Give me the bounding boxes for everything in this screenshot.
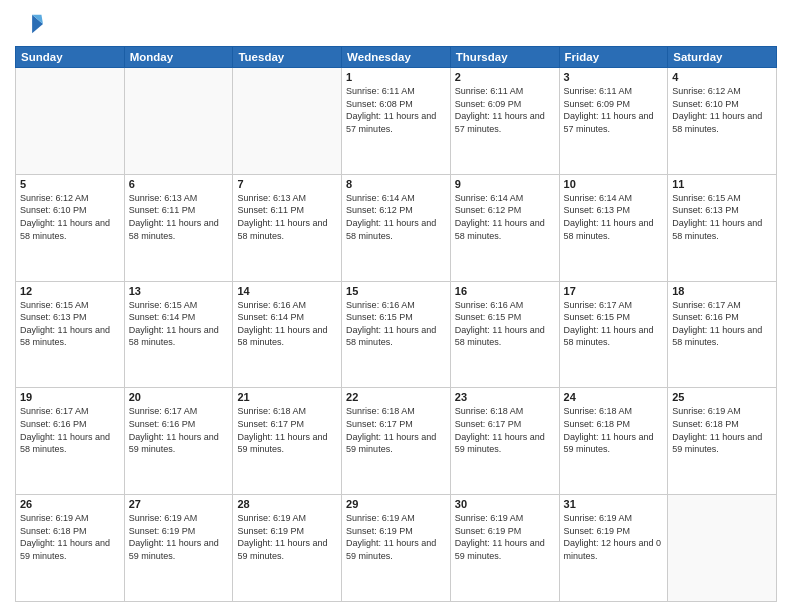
day-info: Sunrise: 6:17 AM Sunset: 6:16 PM Dayligh… (20, 405, 120, 455)
weekday-header: Wednesday (342, 47, 451, 68)
weekday-header: Saturday (668, 47, 777, 68)
day-cell: 11Sunrise: 6:15 AM Sunset: 6:13 PM Dayli… (668, 174, 777, 281)
day-number: 5 (20, 178, 120, 190)
day-cell (668, 495, 777, 602)
weekday-header: Monday (124, 47, 233, 68)
day-number: 15 (346, 285, 446, 297)
day-cell: 12Sunrise: 6:15 AM Sunset: 6:13 PM Dayli… (16, 281, 125, 388)
day-info: Sunrise: 6:15 AM Sunset: 6:13 PM Dayligh… (20, 299, 120, 349)
day-cell: 28Sunrise: 6:19 AM Sunset: 6:19 PM Dayli… (233, 495, 342, 602)
day-info: Sunrise: 6:16 AM Sunset: 6:15 PM Dayligh… (455, 299, 555, 349)
day-number: 13 (129, 285, 229, 297)
day-info: Sunrise: 6:11 AM Sunset: 6:09 PM Dayligh… (455, 85, 555, 135)
day-cell: 10Sunrise: 6:14 AM Sunset: 6:13 PM Dayli… (559, 174, 668, 281)
logo-icon (15, 10, 43, 38)
day-cell: 1Sunrise: 6:11 AM Sunset: 6:08 PM Daylig… (342, 68, 451, 175)
day-number: 24 (564, 391, 664, 403)
day-cell: 23Sunrise: 6:18 AM Sunset: 6:17 PM Dayli… (450, 388, 559, 495)
day-info: Sunrise: 6:19 AM Sunset: 6:19 PM Dayligh… (564, 512, 664, 562)
day-number: 11 (672, 178, 772, 190)
day-cell: 9Sunrise: 6:14 AM Sunset: 6:12 PM Daylig… (450, 174, 559, 281)
day-info: Sunrise: 6:14 AM Sunset: 6:13 PM Dayligh… (564, 192, 664, 242)
day-info: Sunrise: 6:14 AM Sunset: 6:12 PM Dayligh… (346, 192, 446, 242)
day-cell: 22Sunrise: 6:18 AM Sunset: 6:17 PM Dayli… (342, 388, 451, 495)
day-number: 22 (346, 391, 446, 403)
day-info: Sunrise: 6:15 AM Sunset: 6:13 PM Dayligh… (672, 192, 772, 242)
day-number: 30 (455, 498, 555, 510)
day-info: Sunrise: 6:19 AM Sunset: 6:19 PM Dayligh… (455, 512, 555, 562)
day-info: Sunrise: 6:18 AM Sunset: 6:17 PM Dayligh… (237, 405, 337, 455)
day-cell: 6Sunrise: 6:13 AM Sunset: 6:11 PM Daylig… (124, 174, 233, 281)
day-number: 23 (455, 391, 555, 403)
day-number: 12 (20, 285, 120, 297)
day-number: 29 (346, 498, 446, 510)
day-info: Sunrise: 6:13 AM Sunset: 6:11 PM Dayligh… (237, 192, 337, 242)
day-cell: 15Sunrise: 6:16 AM Sunset: 6:15 PM Dayli… (342, 281, 451, 388)
day-cell: 13Sunrise: 6:15 AM Sunset: 6:14 PM Dayli… (124, 281, 233, 388)
day-number: 10 (564, 178, 664, 190)
day-info: Sunrise: 6:13 AM Sunset: 6:11 PM Dayligh… (129, 192, 229, 242)
day-cell: 4Sunrise: 6:12 AM Sunset: 6:10 PM Daylig… (668, 68, 777, 175)
day-info: Sunrise: 6:17 AM Sunset: 6:15 PM Dayligh… (564, 299, 664, 349)
day-cell: 16Sunrise: 6:16 AM Sunset: 6:15 PM Dayli… (450, 281, 559, 388)
day-cell: 31Sunrise: 6:19 AM Sunset: 6:19 PM Dayli… (559, 495, 668, 602)
day-cell: 8Sunrise: 6:14 AM Sunset: 6:12 PM Daylig… (342, 174, 451, 281)
logo (15, 10, 47, 38)
day-number: 9 (455, 178, 555, 190)
day-info: Sunrise: 6:17 AM Sunset: 6:16 PM Dayligh… (672, 299, 772, 349)
day-number: 26 (20, 498, 120, 510)
day-number: 1 (346, 71, 446, 83)
day-info: Sunrise: 6:18 AM Sunset: 6:18 PM Dayligh… (564, 405, 664, 455)
day-number: 17 (564, 285, 664, 297)
day-info: Sunrise: 6:14 AM Sunset: 6:12 PM Dayligh… (455, 192, 555, 242)
day-cell: 14Sunrise: 6:16 AM Sunset: 6:14 PM Dayli… (233, 281, 342, 388)
day-info: Sunrise: 6:19 AM Sunset: 6:19 PM Dayligh… (237, 512, 337, 562)
weekday-header: Thursday (450, 47, 559, 68)
day-cell: 25Sunrise: 6:19 AM Sunset: 6:18 PM Dayli… (668, 388, 777, 495)
header (15, 10, 777, 38)
weekday-header: Sunday (16, 47, 125, 68)
calendar-table: SundayMondayTuesdayWednesdayThursdayFrid… (15, 46, 777, 602)
day-cell: 17Sunrise: 6:17 AM Sunset: 6:15 PM Dayli… (559, 281, 668, 388)
day-info: Sunrise: 6:17 AM Sunset: 6:16 PM Dayligh… (129, 405, 229, 455)
day-cell (16, 68, 125, 175)
day-number: 16 (455, 285, 555, 297)
day-cell: 24Sunrise: 6:18 AM Sunset: 6:18 PM Dayli… (559, 388, 668, 495)
day-number: 19 (20, 391, 120, 403)
week-row: 26Sunrise: 6:19 AM Sunset: 6:18 PM Dayli… (16, 495, 777, 602)
day-number: 25 (672, 391, 772, 403)
day-info: Sunrise: 6:16 AM Sunset: 6:15 PM Dayligh… (346, 299, 446, 349)
day-number: 2 (455, 71, 555, 83)
day-cell: 30Sunrise: 6:19 AM Sunset: 6:19 PM Dayli… (450, 495, 559, 602)
day-number: 7 (237, 178, 337, 190)
day-number: 8 (346, 178, 446, 190)
day-cell: 5Sunrise: 6:12 AM Sunset: 6:10 PM Daylig… (16, 174, 125, 281)
day-cell: 21Sunrise: 6:18 AM Sunset: 6:17 PM Dayli… (233, 388, 342, 495)
day-cell: 7Sunrise: 6:13 AM Sunset: 6:11 PM Daylig… (233, 174, 342, 281)
day-number: 20 (129, 391, 229, 403)
day-number: 3 (564, 71, 664, 83)
day-cell (233, 68, 342, 175)
day-number: 4 (672, 71, 772, 83)
calendar-header: SundayMondayTuesdayWednesdayThursdayFrid… (16, 47, 777, 68)
day-cell: 26Sunrise: 6:19 AM Sunset: 6:18 PM Dayli… (16, 495, 125, 602)
day-number: 6 (129, 178, 229, 190)
day-info: Sunrise: 6:15 AM Sunset: 6:14 PM Dayligh… (129, 299, 229, 349)
page: SundayMondayTuesdayWednesdayThursdayFrid… (0, 0, 792, 612)
day-info: Sunrise: 6:11 AM Sunset: 6:08 PM Dayligh… (346, 85, 446, 135)
day-number: 14 (237, 285, 337, 297)
day-info: Sunrise: 6:18 AM Sunset: 6:17 PM Dayligh… (455, 405, 555, 455)
day-number: 28 (237, 498, 337, 510)
week-row: 12Sunrise: 6:15 AM Sunset: 6:13 PM Dayli… (16, 281, 777, 388)
weekday-row: SundayMondayTuesdayWednesdayThursdayFrid… (16, 47, 777, 68)
day-cell: 27Sunrise: 6:19 AM Sunset: 6:19 PM Dayli… (124, 495, 233, 602)
week-row: 19Sunrise: 6:17 AM Sunset: 6:16 PM Dayli… (16, 388, 777, 495)
day-info: Sunrise: 6:18 AM Sunset: 6:17 PM Dayligh… (346, 405, 446, 455)
day-info: Sunrise: 6:19 AM Sunset: 6:19 PM Dayligh… (129, 512, 229, 562)
day-info: Sunrise: 6:19 AM Sunset: 6:18 PM Dayligh… (672, 405, 772, 455)
week-row: 5Sunrise: 6:12 AM Sunset: 6:10 PM Daylig… (16, 174, 777, 281)
day-cell: 19Sunrise: 6:17 AM Sunset: 6:16 PM Dayli… (16, 388, 125, 495)
day-info: Sunrise: 6:12 AM Sunset: 6:10 PM Dayligh… (20, 192, 120, 242)
weekday-header: Tuesday (233, 47, 342, 68)
day-number: 31 (564, 498, 664, 510)
